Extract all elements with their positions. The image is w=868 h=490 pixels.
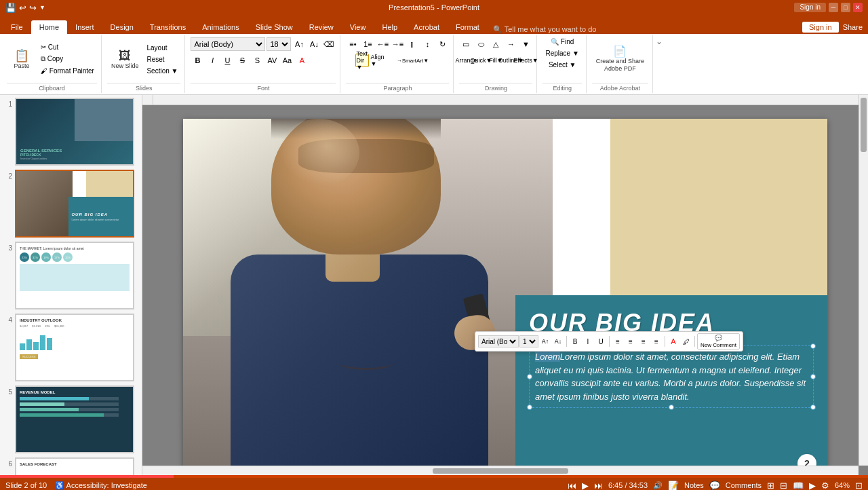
select-button[interactable]: Select ▼ — [546, 60, 578, 70]
play-prev-button[interactable]: ⏮ — [568, 480, 576, 491]
copy-button[interactable]: ⧉ Copy — [38, 54, 97, 64]
notes-label[interactable]: Notes — [684, 481, 704, 489]
notes-button[interactable]: 📝 — [668, 480, 679, 491]
normal-view-button[interactable]: ⊞ — [767, 480, 774, 491]
slide-1-preview[interactable]: GENERAL SERVICES PITCH DECK Investor Opp… — [15, 98, 134, 166]
change-case-button[interactable]: Aa — [280, 54, 294, 67]
slide-thumb-4[interactable]: 4 INDUSTRY OUTLOOK 34,817 $1.21B 13% $55… — [3, 314, 139, 381]
progress-bar[interactable] — [0, 475, 868, 478]
horizontal-scrollbar[interactable] — [142, 466, 859, 475]
signin-button[interactable]: Sign in — [802, 22, 839, 33]
mt-align-center[interactable]: ≡ — [625, 335, 637, 347]
tab-slideshow[interactable]: Slide Show — [248, 20, 301, 34]
scroll-thumb-h[interactable] — [433, 468, 568, 474]
quick-styles-button[interactable]: Quick▼ — [474, 54, 488, 67]
reading-view-button[interactable]: 📖 — [793, 480, 804, 491]
font-name-select[interactable]: Arial (Body) — [191, 37, 265, 51]
handle-tr[interactable] — [810, 343, 816, 349]
mt-underline-button[interactable]: U — [595, 335, 607, 347]
direction-button[interactable]: ↻ — [435, 37, 449, 51]
find-button[interactable]: 🔍 Find — [548, 37, 576, 47]
char-spacing-button[interactable]: AV — [265, 54, 279, 67]
slide-6-preview[interactable]: SALES FORECAST — [15, 457, 134, 475]
mt-new-comment-button[interactable]: 💬 New Comment — [697, 333, 740, 350]
handle-ml[interactable] — [527, 374, 532, 379]
text-body[interactable]: LoremLorem ipsum dolor sit amet, consect… — [535, 350, 808, 403]
undo-icon[interactable]: ↩ — [19, 3, 26, 13]
tab-transitions[interactable]: Transitions — [142, 20, 194, 34]
zoom-fit-button[interactable]: ⊡ — [855, 480, 863, 491]
mt-size-select[interactable]: 18 — [519, 335, 538, 347]
smartart-button[interactable]: →SmartArt▼ — [385, 54, 439, 67]
handle-br[interactable] — [810, 404, 816, 410]
tab-insert[interactable]: Insert — [67, 20, 102, 34]
oval-shape[interactable]: ⬭ — [474, 37, 488, 51]
redo-icon[interactable]: ↪ — [29, 3, 37, 13]
share-button[interactable]: Share — [843, 23, 863, 31]
slide-thumb-2[interactable]: 2 OUR BIG IDEA Lorem ipsum dolor sit ame… — [3, 170, 139, 238]
tab-acrobat[interactable]: Acrobat — [406, 20, 448, 34]
slide-thumb-6[interactable]: 6 SALES FORECAST — [3, 457, 139, 475]
shadow-button[interactable]: S — [250, 54, 264, 67]
tab-file[interactable]: File — [3, 20, 31, 34]
increase-indent-button[interactable]: →≡ — [391, 37, 404, 51]
underline-button[interactable]: U — [220, 54, 234, 67]
slide-2-preview[interactable]: OUR BIG IDEA Lorem ipsum dolor sit amet … — [15, 170, 134, 238]
new-slide-button[interactable]: 🖼 New Slide — [107, 48, 143, 71]
slide-thumb-5[interactable]: 5 REVENUE MODEL — [3, 385, 139, 453]
text-edit-box[interactable]: LoremLorem ipsum dolor sit amet, consect… — [529, 345, 814, 408]
align-text-button[interactable]: Align ▼ — [370, 54, 384, 67]
mt-decrease-font[interactable]: A↓ — [552, 335, 564, 347]
slide-thumb-1[interactable]: 1 GENERAL SERVICES PITCH DECK Investor O… — [3, 98, 139, 166]
tab-format[interactable]: Format — [448, 20, 488, 34]
adobe-create-share-button[interactable]: 📄 Create and ShareAdobe PDF — [592, 44, 648, 75]
comments-label[interactable]: Comments — [726, 481, 762, 489]
mt-justify[interactable]: ≡ — [650, 335, 663, 347]
decrease-indent-button[interactable]: ←≡ — [376, 37, 389, 51]
clear-format-btn[interactable]: ⌫ — [322, 37, 336, 51]
line-spacing-button[interactable]: ↕ — [420, 37, 434, 51]
tab-design[interactable]: Design — [102, 20, 142, 34]
save-icon[interactable]: 💾 — [5, 3, 16, 13]
minimize-btn[interactable]: ─ — [829, 3, 838, 12]
customize-icon[interactable]: ▼ — [39, 4, 45, 11]
text-direction-button[interactable]: Text Dir ▼ — [355, 54, 369, 67]
rect-shape[interactable]: ▭ — [459, 37, 473, 51]
font-color-button[interactable]: A — [295, 54, 309, 67]
mt-italic-button[interactable]: I — [582, 335, 594, 347]
tab-help[interactable]: Help — [374, 20, 406, 34]
section-button[interactable]: Section ▼ — [144, 66, 180, 76]
strikethrough-button[interactable]: S — [235, 54, 249, 67]
maximize-btn[interactable]: □ — [841, 3, 850, 12]
volume-icon[interactable]: 🔊 — [653, 481, 663, 490]
bullets-button[interactable]: ≡• — [346, 37, 359, 51]
reset-button[interactable]: Reset — [144, 54, 180, 64]
vertical-scrollbar[interactable] — [859, 95, 868, 466]
tab-review[interactable]: Review — [301, 20, 342, 34]
bold-button[interactable]: B — [191, 54, 204, 67]
comments-button[interactable]: 💬 — [709, 480, 720, 491]
handle-mr[interactable] — [810, 374, 816, 379]
ribbon-expand-button[interactable]: ⌄ — [654, 35, 664, 93]
font-size-select[interactable]: 18 — [267, 37, 291, 51]
close-btn[interactable]: ✕ — [853, 3, 863, 12]
play-button[interactable]: ▶ — [582, 480, 589, 491]
numbering-button[interactable]: 1≡ — [361, 37, 374, 51]
paste-button[interactable]: 📋 Paste — [7, 48, 37, 71]
columns-button[interactable]: ⫿ — [406, 37, 419, 51]
mt-bold-button[interactable]: B — [569, 335, 581, 347]
format-painter-button[interactable]: 🖌 Format Painter — [38, 66, 97, 76]
slide-3-preview[interactable]: THE MARKET: Lorem ipsum dolor sit amet 2… — [15, 242, 134, 309]
play-next-button[interactable]: ⏭ — [594, 480, 603, 491]
shape-effects-button[interactable]: Effects▼ — [519, 54, 532, 67]
mt-highlight[interactable]: 🖊 — [680, 335, 692, 347]
slide-5-preview[interactable]: REVENUE MODEL — [15, 385, 134, 453]
mt-increase-font[interactable]: A↑ — [539, 335, 551, 347]
slide-4-preview[interactable]: INDUSTRY OUTLOOK 34,817 $1.21B 13% $55,3… — [15, 314, 134, 381]
replace-button[interactable]: Replace ▼ — [542, 48, 581, 58]
italic-button[interactable]: I — [205, 54, 219, 67]
scroll-thumb-v[interactable] — [861, 98, 867, 152]
triangle-shape[interactable]: △ — [489, 37, 502, 51]
handle-bl[interactable] — [527, 404, 532, 410]
slideshow-button[interactable]: ▶ — [809, 480, 816, 491]
